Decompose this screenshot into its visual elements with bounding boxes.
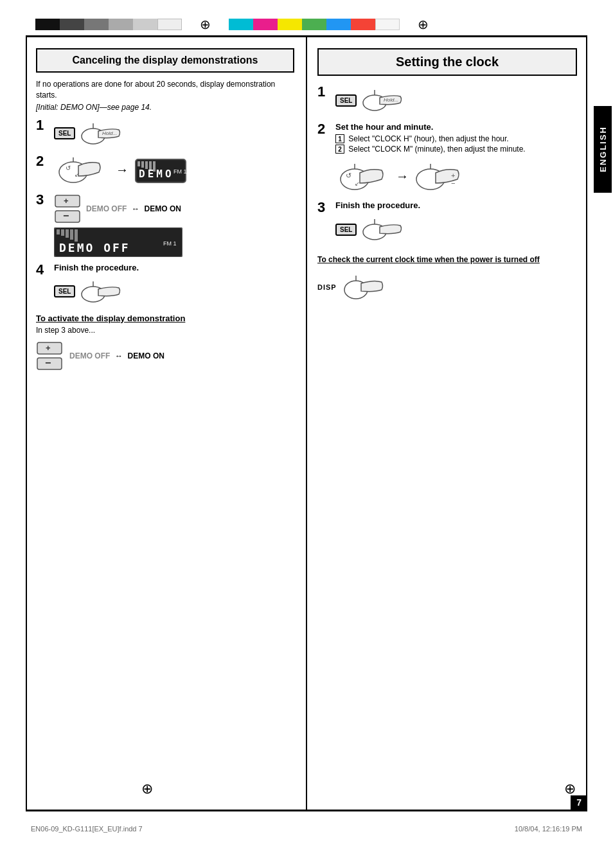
svg-text:−: − (45, 357, 51, 368)
svg-text:+: + (46, 343, 51, 353)
r-step2-content: Set the hour and minute. 1 Select "CLOCK… (335, 122, 577, 194)
r-step3-content: Finish the procedure. SEL (335, 200, 577, 245)
r-sel-button-3: SEL (335, 224, 357, 236)
step1-num: 1 (36, 118, 54, 132)
demo-arrow-label: ↔ (132, 204, 139, 213)
r-step3-row: 3 Finish the procedure. SEL (317, 200, 577, 245)
sel-button-4: SEL (54, 285, 75, 297)
svg-text:FM 1: FM 1 (163, 240, 177, 247)
desc1: If no operations are done for about 20 s… (36, 79, 294, 101)
step3-content: + − DEMO OFF ↔ DEMO ON DEMO OFF (54, 193, 294, 259)
step4-row: 4 Finish the procedure. SEL (36, 263, 294, 307)
sub-desc: In step 3 above... (36, 326, 294, 335)
step1-content: SEL Hold... (54, 118, 294, 149)
sel-button-1: SEL (54, 127, 75, 139)
step1-row: 1 SEL Hold... (36, 118, 294, 149)
svg-text:Hold...: Hold... (384, 97, 398, 103)
r-step2-num: 2 (317, 122, 335, 136)
r-substep2: 2 Select "CLOCK M" (minute), then adjust… (335, 145, 577, 154)
svg-text:FM 1: FM 1 (173, 168, 187, 175)
left-title-box: Canceling the display demonstrations (36, 48, 294, 73)
step2-row: 2 ↺ ↙ → (36, 154, 294, 189)
page-number: 7 (571, 795, 587, 810)
svg-text:−: − (451, 179, 455, 187)
step2-content: ↺ ↙ → DEMO FM 1 (54, 154, 294, 189)
svg-text:↺: ↺ (66, 164, 71, 172)
svg-text:+: + (64, 196, 69, 206)
demo-on-label: DEMO ON (145, 204, 181, 213)
svg-text:↙: ↙ (75, 172, 80, 178)
svg-rect-9 (141, 161, 144, 168)
svg-text:Hold...: Hold... (102, 130, 117, 136)
knob-illustration-left2: DEMO FM 1 (132, 154, 190, 186)
knob-illustration-left: ↺ ↙ (54, 154, 112, 186)
sub-demo-off: DEMO OFF (69, 351, 110, 360)
svg-text:+: + (451, 172, 455, 179)
r-step1-num: 1 (317, 85, 335, 99)
r-hand-1: Hold... (360, 85, 405, 116)
svg-text:DEMO: DEMO (139, 168, 174, 180)
right-title-box: Setting the clock (317, 48, 577, 76)
r-knob-2: + − (411, 159, 469, 194)
right-border (586, 37, 587, 810)
r-step1-row: 1 SEL Hold... (317, 85, 577, 116)
compass-right-icon: ⊕ (418, 17, 429, 32)
sub-arrow: ↔ (115, 351, 123, 360)
right-title: Setting the clock (332, 55, 563, 69)
r-step1-content: SEL Hold... (335, 85, 577, 116)
svg-rect-22 (66, 229, 69, 238)
r-knob-1: ↺ ↙ (335, 159, 393, 194)
svg-rect-24 (75, 229, 78, 242)
step4-text: Finish the procedure. (54, 263, 294, 272)
svg-text:DEMO OFF: DEMO OFF (59, 241, 130, 254)
plus-minus-buttons: + − (54, 193, 82, 225)
r-substep1: 1 Select "CLOCK H" (hour), then adjust t… (335, 134, 577, 143)
svg-text:↺: ↺ (346, 172, 351, 179)
r-hand-3 (360, 214, 405, 245)
step4-num: 4 (36, 263, 54, 277)
hand-illustration-4 (79, 276, 124, 307)
substep1-num: 1 (335, 134, 344, 143)
substep2-num: 2 (335, 145, 344, 154)
disp-row: DISP (317, 269, 577, 305)
hand-illustration-1: Hold... (79, 118, 124, 149)
compass-left-icon: ⊕ (200, 17, 211, 32)
svg-rect-23 (70, 229, 73, 240)
left-section: Canceling the display demonstrations If … (27, 42, 303, 378)
svg-rect-8 (138, 161, 140, 166)
disp-hand (342, 269, 387, 305)
svg-text:−: − (63, 210, 69, 221)
footer-right: 10/8/04, 12:16:19 PM (515, 825, 582, 833)
step4-content: Finish the procedure. SEL (54, 263, 294, 307)
r-step3-text: Finish the procedure. (335, 200, 577, 210)
compass-bottom-left: ⊕ (141, 781, 153, 797)
sub-demo-controls: + − DEMO OFF ↔ DEMO ON (36, 340, 294, 372)
display-demo-off: DEMO OFF FM 1 (54, 227, 182, 257)
center-divider (306, 37, 307, 810)
step2-num: 2 (36, 154, 54, 168)
sub-heading: To activate the display demonstration (36, 314, 294, 323)
demo-off-label: DEMO OFF (86, 204, 127, 213)
footer-left: EN06-09_KD-G111[EX_EU]f.indd 7 (31, 825, 143, 833)
left-title: Canceling the display demonstrations (45, 55, 285, 66)
step3-num: 3 (36, 193, 54, 207)
english-tab: ENGLISH (594, 106, 612, 193)
sub-demo-on: DEMO ON (128, 351, 164, 360)
r-sel-button-1: SEL (335, 94, 357, 107)
svg-rect-20 (57, 229, 60, 235)
sub-plus-minus: + − (36, 340, 64, 372)
clock-check-section: To check the current clock time when the… (317, 255, 577, 305)
bottom-rule (26, 810, 587, 811)
r-step2-text: Set the hour and minute. (335, 122, 577, 132)
step3-row: 3 + − DEMO OFF ↔ DEMO ON (36, 193, 294, 259)
svg-rect-21 (61, 229, 64, 236)
clock-check-heading: To check the current clock time when the… (317, 255, 577, 264)
disp-label: DISP (317, 283, 337, 291)
r-step2-row: 2 Set the hour and minute. 1 Select "CLO… (317, 122, 577, 194)
r-step3-num: 3 (317, 200, 335, 215)
svg-text:↙: ↙ (355, 181, 360, 187)
right-section: Setting the clock 1 SEL Hold... 2 Set th… (308, 42, 586, 311)
desc2: [Initial: DEMO ON]—see page 14. (36, 103, 294, 112)
